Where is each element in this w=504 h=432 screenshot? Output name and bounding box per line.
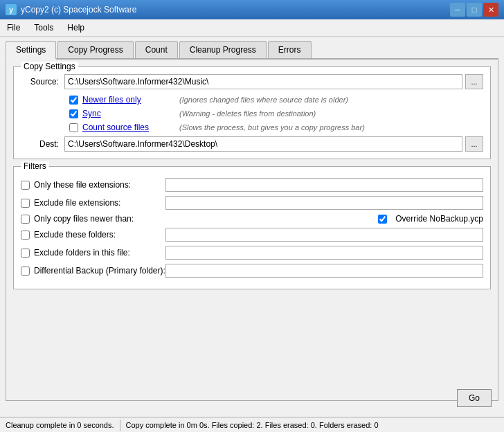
override-nobackup-checkbox[interactable] (378, 215, 387, 224)
count-source-label[interactable]: Count source files (82, 123, 172, 132)
filter-exclude-folders-file-label: Exclude folders in this file: (34, 248, 165, 258)
maximize-button[interactable]: □ (467, 3, 482, 17)
filter-exclude-folders-input[interactable] (165, 228, 483, 242)
menu-tools[interactable]: Tools (27, 21, 60, 35)
sync-row: Sync (Warning - deletes files from desti… (69, 109, 483, 118)
count-source-hint: (Slows the process, but gives you a copy… (179, 123, 365, 132)
status-copy: Copy complete in 0m 0s. Files copied: 2.… (120, 420, 504, 431)
filters-label: Filters (21, 161, 49, 171)
window-controls: ─ □ ✕ (450, 3, 498, 17)
tab-errors[interactable]: Errors (268, 41, 312, 58)
newer-files-checkbox[interactable] (69, 96, 78, 105)
dest-browse-button[interactable]: ... (465, 136, 483, 152)
newer-files-row: Newer files only (Ignores changed files … (69, 95, 483, 105)
filter-row-exclude-folders-file: Exclude folders in this file: (21, 246, 483, 260)
filter-exclude-ext-label: Exclude file extensions: (34, 198, 165, 208)
filter-differential-checkbox[interactable] (21, 267, 30, 276)
override-nobackup-label: Override NoBackup.ycp (395, 214, 483, 224)
filter-row-newer-than: Only copy files newer than: Override NoB… (21, 214, 483, 224)
sync-checkbox[interactable] (69, 109, 78, 118)
filter-newer-than-label: Only copy files newer than: (34, 214, 165, 224)
filter-extensions-checkbox[interactable] (21, 181, 30, 190)
tab-cleanup-progress[interactable]: Cleanup Progress (179, 41, 267, 58)
filter-row-differential: Differential Backup (Primary folder): (21, 264, 483, 278)
count-source-row: Count source files (Slows the process, b… (69, 123, 483, 132)
settings-panel: Copy Settings Source: ... Newer files on… (6, 60, 498, 401)
filter-extensions-label: Only these file extensions: (34, 180, 165, 190)
status-bar: Cleanup complete in 0 seconds. Copy comp… (0, 417, 504, 432)
filter-row-exclude-ext: Exclude file extensions: (21, 196, 483, 210)
filter-extensions-input[interactable] (165, 178, 483, 192)
main-content: Settings Copy Progress Count Cleanup Pro… (0, 37, 504, 409)
copy-settings-label: Copy Settings (21, 62, 78, 71)
newer-files-hint: (Ignores changed files where source date… (179, 96, 348, 104)
source-input[interactable] (64, 74, 462, 89)
filter-differential-input[interactable] (165, 264, 483, 278)
title-bar: y yCopy2 (c) Spacejock Software ─ □ ✕ (0, 0, 504, 19)
filter-differential-label: Differential Backup (Primary folder): (34, 266, 165, 276)
dest-label: Dest: (21, 139, 59, 149)
tab-count[interactable]: Count (135, 41, 178, 58)
source-browse-button[interactable]: ... (465, 74, 483, 89)
tab-copy-progress[interactable]: Copy Progress (57, 41, 133, 58)
minimize-button[interactable]: ─ (450, 3, 465, 17)
dest-input[interactable] (64, 136, 462, 152)
dest-row: Dest: ... (21, 136, 483, 152)
filter-exclude-folders-file-input[interactable] (165, 246, 483, 260)
filter-row-extensions: Only these file extensions: (21, 178, 483, 192)
tab-bar: Settings Copy Progress Count Cleanup Pro… (6, 41, 498, 60)
status-cleanup: Cleanup complete in 0 seconds. (0, 420, 120, 431)
sync-hint: (Warning - deletes files from destinatio… (179, 109, 316, 118)
close-button[interactable]: ✕ (483, 3, 498, 17)
menu-bar: File Tools Help (0, 19, 504, 37)
source-label: Source: (21, 77, 59, 87)
source-row: Source: ... (21, 74, 483, 89)
go-button[interactable]: Go (457, 389, 492, 407)
sync-label[interactable]: Sync (82, 109, 172, 118)
menu-help[interactable]: Help (60, 21, 91, 35)
filter-exclude-folders-label: Exclude these folders: (34, 230, 165, 240)
count-source-checkbox[interactable] (69, 123, 78, 132)
filter-exclude-ext-checkbox[interactable] (21, 199, 30, 208)
app-icon: y (6, 4, 17, 15)
newer-files-label[interactable]: Newer files only (82, 95, 172, 105)
menu-file[interactable]: File (0, 21, 27, 35)
tab-settings[interactable]: Settings (6, 41, 56, 60)
filter-newer-than-checkbox[interactable] (21, 215, 30, 224)
window-title: yCopy2 (c) Spacejock Software (21, 5, 446, 15)
override-area: Override NoBackup.ycp (165, 214, 483, 224)
filter-exclude-folders-checkbox[interactable] (21, 231, 30, 240)
filter-exclude-folders-file-checkbox[interactable] (21, 249, 30, 258)
filter-exclude-ext-input[interactable] (165, 196, 483, 210)
filters-section: Filters Only these file extensions: Excl… (13, 166, 491, 289)
filter-row-exclude-folders: Exclude these folders: (21, 228, 483, 242)
copy-settings-section: Copy Settings Source: ... Newer files on… (13, 66, 491, 159)
